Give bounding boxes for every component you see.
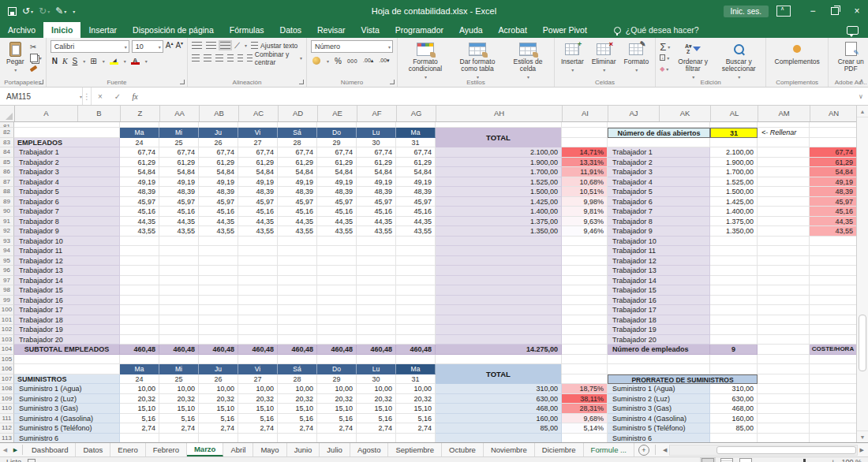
cell[interactable]: 25 [159, 138, 199, 148]
align-top-icon[interactable] [192, 42, 202, 49]
vertical-scroll-thumb[interactable] [859, 315, 866, 371]
cell[interactable] [159, 296, 199, 306]
cell[interactable]: 38,11% [562, 394, 608, 404]
row-header-90[interactable]: 90 [0, 207, 14, 217]
cell[interactable] [758, 147, 810, 158]
cell[interactable] [562, 128, 608, 138]
sheet-tab-septiembre[interactable]: Septiembre [388, 443, 442, 456]
cell[interactable] [758, 158, 810, 168]
cell[interactable] [396, 122, 436, 128]
cell[interactable]: 10,00 [159, 384, 199, 394]
cell[interactable] [810, 256, 856, 266]
cell[interactable]: 20,32 [278, 394, 317, 404]
cell[interactable] [810, 414, 856, 424]
grow-font-icon[interactable]: A▴ [166, 40, 174, 53]
cell[interactable]: 30 [357, 138, 396, 148]
cell[interactable]: SUMINISTROS [14, 374, 120, 385]
cell[interactable]: Sá [278, 128, 317, 138]
cell[interactable]: 54,84 [199, 167, 238, 177]
fill-color-icon[interactable]: ◢ [110, 58, 118, 65]
cell[interactable] [758, 187, 810, 197]
cell[interactable]: 1.700,00 [710, 167, 758, 177]
cell[interactable] [396, 355, 436, 365]
cell[interactable] [758, 315, 810, 326]
cell[interactable] [238, 246, 278, 256]
cell[interactable] [238, 122, 278, 128]
cell[interactable]: 85,00 [710, 423, 758, 434]
cell[interactable]: Trabajador 14 [14, 276, 120, 286]
cell[interactable]: 45,16 [238, 207, 278, 217]
cell[interactable]: 5,14% [562, 423, 608, 434]
cell[interactable] [120, 315, 159, 326]
cell[interactable]: 61,29 [810, 158, 856, 168]
column-header-A[interactable]: A [15, 106, 78, 121]
cell[interactable]: 5,16 [396, 414, 436, 424]
cell[interactable]: TOTAL [436, 128, 562, 138]
cell[interactable]: 15,10 [199, 404, 238, 414]
cell[interactable]: Suministro 5 (Teléfono) [608, 423, 710, 434]
row-header-99[interactable]: 99 [0, 296, 14, 306]
cell[interactable] [562, 335, 608, 345]
cell[interactable]: 20,32 [396, 394, 436, 404]
row-header-106[interactable]: 106 [0, 364, 14, 374]
cell[interactable]: 630,00 [436, 394, 562, 404]
cell[interactable] [159, 276, 199, 286]
cell[interactable] [357, 256, 396, 266]
row-header-113[interactable]: 113 [0, 434, 14, 443]
column-header-AA[interactable]: AA [160, 106, 200, 121]
addins-button[interactable]: Complementos [770, 40, 824, 66]
cell[interactable]: 43,55 [238, 226, 278, 237]
cell[interactable] [810, 276, 856, 286]
orientation-icon[interactable]: ⟋ [234, 41, 240, 50]
column-header-B[interactable]: B [78, 106, 121, 121]
cell[interactable]: Trabajador 6 [608, 197, 710, 207]
cell[interactable] [199, 296, 238, 306]
cell[interactable]: 43,55 [199, 226, 238, 237]
cell[interactable] [810, 266, 856, 276]
ribbon-tab-acrobat[interactable]: Acrobat [491, 22, 535, 38]
row-header-96[interactable]: 96 [0, 266, 14, 276]
cell[interactable]: 67,74 [317, 147, 357, 158]
cell[interactable] [159, 237, 199, 247]
cell[interactable]: Trabajador 8 [14, 217, 120, 227]
cell[interactable]: 67,74 [357, 147, 396, 158]
dialog-launcher-icon[interactable] [299, 80, 304, 84]
cell[interactable]: TOTAL [436, 364, 562, 374]
cell[interactable]: 2.100,00 [710, 147, 758, 158]
tell-me-search[interactable]: ¿Qué desea hacer? [614, 22, 699, 38]
cell[interactable] [562, 256, 608, 266]
cell[interactable] [758, 285, 810, 296]
cell[interactable] [758, 256, 810, 266]
cell[interactable]: Trabajador 16 [608, 296, 710, 306]
row-header-85[interactable]: 85 [0, 158, 14, 168]
ribbon-tab-insertar[interactable]: Insertar [80, 22, 125, 38]
percent-style-icon[interactable]: % [335, 57, 342, 65]
cell[interactable]: 67,74 [120, 147, 159, 158]
cell[interactable] [562, 364, 608, 374]
cell[interactable]: Ma [120, 128, 159, 138]
cell[interactable] [710, 246, 758, 256]
format-painter-icon[interactable] [30, 64, 42, 73]
cell[interactable] [810, 237, 856, 247]
insert-function-icon[interactable]: fx [126, 88, 144, 105]
cell[interactable] [810, 296, 856, 306]
cell[interactable]: 1.425,00 [710, 197, 758, 207]
cell[interactable] [396, 296, 436, 306]
row-header-81[interactable]: 81 [0, 122, 14, 128]
cell[interactable]: Trabajador 19 [14, 325, 120, 335]
row-header-111[interactable]: 111 [0, 414, 14, 424]
cell[interactable]: 45,16 [120, 207, 159, 217]
cell[interactable] [710, 305, 758, 315]
cell[interactable]: 43,55 [120, 226, 159, 237]
cell[interactable]: 15,10 [357, 404, 396, 414]
cell[interactable] [120, 237, 159, 247]
cell[interactable] [758, 138, 810, 148]
cell[interactable]: 2,74 [357, 423, 396, 434]
clear-icon[interactable]: ◆▾ [660, 64, 670, 73]
row-header-93[interactable]: 93 [0, 237, 14, 247]
cell[interactable]: Trabajador 12 [608, 256, 710, 266]
column-header-AC[interactable]: AC [239, 106, 279, 121]
row-header-88[interactable]: 88 [0, 187, 14, 197]
cell[interactable]: 20,32 [357, 394, 396, 404]
cell[interactable]: 54,84 [278, 167, 317, 177]
